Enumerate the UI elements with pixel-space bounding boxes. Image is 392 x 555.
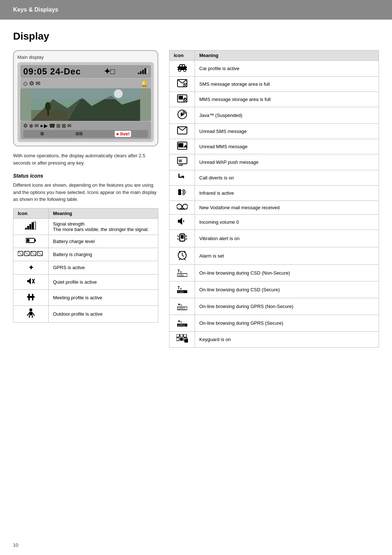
bottom-icon-7: ⊞ [56, 123, 61, 129]
svg-rect-11 [31, 110, 68, 121]
svg-line-41 [32, 313, 34, 316]
icon-wap: W [170, 154, 195, 170]
phone-label: Main display [17, 54, 154, 60]
table-row: Meeting profile is active [13, 289, 158, 305]
table-row: Tᵧ CSD On-line browsing during CSD (Secu… [170, 281, 379, 298]
svg-point-10 [114, 89, 123, 98]
svg-text:GPRS: GPRS [178, 324, 185, 327]
bottom-icon-1: ⚙ [23, 123, 28, 129]
screen-top-bar: 09:05 24-Dec ✦□ [20, 65, 151, 78]
svg-rect-48 [180, 65, 182, 66]
bottom-bar-live: ● live! [115, 131, 131, 137]
svg-point-13 [45, 102, 51, 111]
svg-line-53 [177, 80, 182, 83]
icon-mms-full [170, 92, 195, 107]
svg-rect-110 [180, 334, 183, 337]
svg-line-29 [37, 251, 42, 256]
bottom-icon-2: ⊕ [29, 123, 33, 129]
meaning-java: Java™ (Suspended) [195, 107, 379, 124]
right-column: Icon Meaning [169, 50, 379, 348]
screen-top-icons: ✦□ [104, 67, 115, 76]
svg-rect-51 [186, 68, 188, 69]
meaning-call-divert: Call diverts is on [195, 170, 379, 186]
icon-sms-full [170, 77, 195, 92]
table-row: Tᵧ CSD On-line browsing during CSD (Non-… [170, 265, 379, 281]
svg-rect-18 [34, 222, 36, 230]
svg-text:✦ᵧ: ✦ᵧ [177, 303, 182, 307]
screen-bottom-icons: ⚙ ⊕ ✉ ● ▶ ☎ ⊞ ⊠ ✉ [23, 123, 148, 129]
svg-marker-74 [183, 145, 187, 147]
left-icons-table: Icon Meaning [13, 208, 158, 323]
table-row: SMS message storage area is full [170, 77, 379, 92]
svg-text:Tᵧ: Tᵧ [177, 285, 182, 290]
table-row: Alarm is set [170, 247, 379, 265]
svg-line-96 [184, 259, 185, 260]
main-content: Display Main display 09:05 24-Dec ✦□ [0, 20, 392, 358]
screen-icon-3: ✉ [36, 80, 40, 87]
svg-point-46 [179, 69, 181, 72]
right-icons-table: Icon Meaning [169, 50, 379, 348]
svg-rect-33 [27, 296, 34, 298]
left-table-icon-header: Icon [13, 208, 49, 218]
meaning-unread-sms: Unread SMS message [195, 124, 379, 139]
meaning-csd-secure: On-line browsing during CSD (Secure) [195, 281, 379, 298]
svg-rect-0 [138, 73, 139, 74]
svg-rect-21 [26, 239, 29, 242]
svg-rect-81 [179, 208, 185, 210]
header-title: Keys & Displays [13, 7, 58, 13]
meaning-quiet: Quiet profile is active [49, 274, 158, 289]
page-title: Display [13, 31, 379, 42]
icon-java [170, 107, 195, 124]
svg-rect-85 [181, 235, 184, 239]
table-row: Java™ (Suspended) [170, 107, 379, 124]
screen-signal [138, 67, 148, 76]
bottom-icon-8: ⊠ [62, 123, 66, 129]
svg-line-23 [18, 251, 23, 256]
svg-rect-16 [29, 224, 31, 230]
svg-line-87 [177, 238, 179, 240]
svg-marker-45 [179, 64, 185, 66]
icon-gprs: ✦ [13, 261, 49, 274]
meaning-sms-full: SMS message storage area is full [195, 77, 379, 92]
table-row: Battery is charging [13, 248, 158, 261]
icon-unread-sms [170, 124, 195, 139]
icon-call-divert [170, 170, 195, 186]
meaning-gprs-secure: On-line browsing during GPRS (Secure) [195, 315, 379, 332]
bottom-icon-6: ☎ [49, 123, 55, 129]
icon-voicemail [170, 201, 195, 215]
right-table-meaning-header: Meaning [195, 50, 379, 61]
table-row: MMS message storage area is full [170, 92, 379, 107]
svg-marker-30 [27, 278, 31, 284]
icon-keyguard [170, 332, 195, 348]
svg-rect-112 [176, 338, 179, 341]
svg-line-71 [182, 127, 187, 130]
icon-battery-charging [13, 248, 49, 261]
svg-point-47 [184, 69, 186, 72]
screen-bottom-bar: ⊠ ⊞⊞ ● live! [23, 130, 148, 138]
svg-rect-35 [32, 294, 33, 296]
right-table-icon-header: Icon [170, 50, 195, 61]
svg-marker-82 [178, 218, 182, 225]
icon-quiet [13, 274, 49, 289]
meaning-infrared: Infrared is active [195, 186, 379, 201]
svg-rect-50 [177, 68, 178, 69]
svg-point-80 [183, 204, 188, 209]
svg-line-70 [177, 127, 182, 130]
left-table-meaning-header: Meaning [49, 208, 158, 218]
svg-point-38 [29, 308, 32, 311]
table-row: Outdoor profile is active [13, 305, 158, 322]
phone-frame: Main display 09:05 24-Dec ✦□ [13, 50, 158, 146]
icon-outdoor [13, 305, 49, 322]
header-bar: Keys & Displays [0, 0, 392, 20]
svg-rect-113 [180, 338, 183, 341]
bottom-icon-4: ● [40, 123, 43, 129]
icon-infrared [170, 186, 195, 201]
svg-line-88 [186, 235, 187, 237]
icon-meeting [13, 289, 49, 305]
status-icons-desc: Different icons are shown, depending on … [13, 182, 158, 203]
svg-text:✦ᵧ: ✦ᵧ [177, 319, 182, 323]
svg-line-40 [27, 313, 29, 316]
meaning-voicemail: New Vodafone mail message received [195, 201, 379, 215]
table-row: Infrared is active [170, 186, 379, 201]
svg-rect-15 [27, 226, 29, 230]
